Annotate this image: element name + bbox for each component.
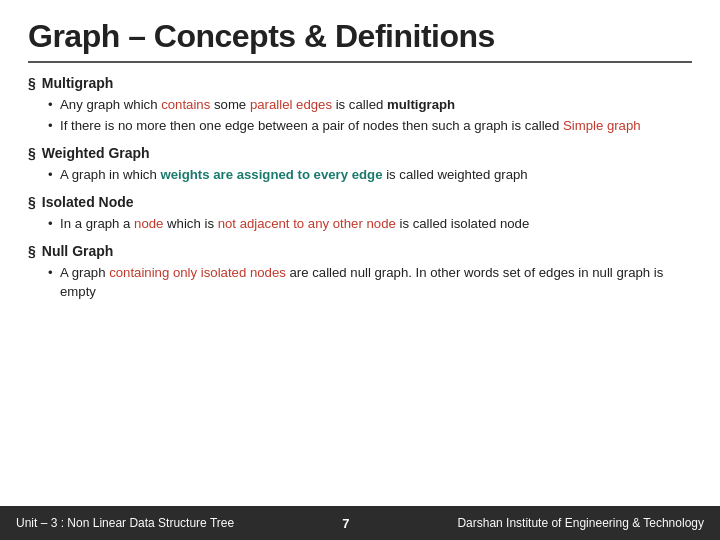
normal-text: If there is no more then one edge betwee… [60, 118, 563, 133]
bullet-item: A graph in which weights are assigned to… [48, 166, 692, 185]
section: Isolated NodeIn a graph a node which is … [28, 192, 692, 234]
section: Null GraphA graph containing only isolat… [28, 241, 692, 302]
highlight-red-text: node [134, 216, 163, 231]
content-area: MultigraphAny graph which contains some … [28, 73, 692, 540]
normal-text: some [210, 97, 250, 112]
section-header: Multigraph [28, 73, 692, 93]
bullet-item: If there is no more then one edge betwee… [48, 117, 692, 136]
footer: Unit – 3 : Non Linear Data Structure Tre… [0, 506, 720, 540]
bullet-list: A graph containing only isolated nodes a… [28, 264, 692, 301]
bullet-list: In a graph a node which is not adjacent … [28, 215, 692, 234]
highlight-red-text: containing only isolated nodes [109, 265, 286, 280]
normal-text: is called weighted graph [383, 167, 528, 182]
slide-title: Graph – Concepts & Definitions [28, 18, 692, 55]
footer-right: Darshan Institute of Engineering & Techn… [457, 516, 704, 530]
section-header: Isolated Node [28, 192, 692, 212]
footer-left: Unit – 3 : Non Linear Data Structure Tre… [16, 516, 234, 530]
normal-text: A graph [60, 265, 109, 280]
bold-text: multigraph [387, 97, 455, 112]
normal-text: which is [163, 216, 217, 231]
normal-text: is called [332, 97, 387, 112]
title-divider [28, 61, 692, 63]
highlight-red-text: not adjacent to any other node [218, 216, 396, 231]
bullet-list: Any graph which contains some parallel e… [28, 96, 692, 135]
highlight-red-text: Simple graph [563, 118, 641, 133]
normal-text: Any [60, 97, 86, 112]
section-header: Null Graph [28, 241, 692, 261]
highlight-red-text: parallel edges [250, 97, 332, 112]
normal-text: which [120, 97, 161, 112]
bullet-item: Any graph which contains some parallel e… [48, 96, 692, 115]
section: MultigraphAny graph which contains some … [28, 73, 692, 136]
highlight-teal-text: weights are assigned to every edge [160, 167, 382, 182]
normal-text: In a graph a [60, 216, 134, 231]
footer-page-number: 7 [342, 516, 349, 531]
normal-text: A graph in which [60, 167, 160, 182]
section-header: Weighted Graph [28, 143, 692, 163]
section: Weighted GraphA graph in which weights a… [28, 143, 692, 185]
bullet-list: A graph in which weights are assigned to… [28, 166, 692, 185]
slide: Graph – Concepts & Definitions Multigrap… [0, 0, 720, 540]
normal-text: graph [86, 97, 120, 112]
bullet-item: A graph containing only isolated nodes a… [48, 264, 692, 301]
highlight-red-text: contains [161, 97, 210, 112]
normal-text: is called isolated node [396, 216, 529, 231]
bullet-item: In a graph a node which is not adjacent … [48, 215, 692, 234]
